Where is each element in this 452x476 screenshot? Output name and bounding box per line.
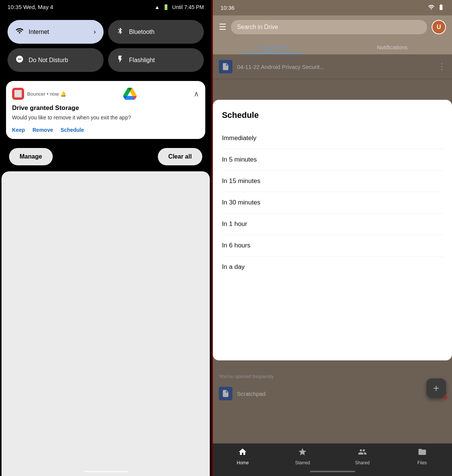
status-icons-right <box>428 4 444 12</box>
internet-tile[interactable]: Internet › <box>8 20 104 44</box>
schedule-dialog: Schedule Immediately In 5 minutes In 15 … <box>213 100 452 360</box>
remove-button[interactable]: Remove <box>32 127 53 133</box>
wifi-icon-right <box>428 4 435 12</box>
bluetooth-label: Bluetooth <box>129 29 155 35</box>
schedule-5min[interactable]: In 5 minutes <box>222 149 443 171</box>
tab-suggested[interactable]: Suggested <box>213 39 332 54</box>
tab-notifications[interactable]: Notifications <box>333 39 452 54</box>
time-right: 10:36 <box>220 5 235 11</box>
quick-tiles: Internet › Bluetooth Do Not Disturb <box>0 14 211 78</box>
schedule-immediately[interactable]: Immediately <box>222 128 443 149</box>
flashlight-icon <box>116 55 125 65</box>
notifications-empty-area <box>2 171 210 476</box>
notif-body: Would you like to remove it when you exi… <box>12 114 199 122</box>
notification-footer-buttons: Manage Clear all <box>0 142 211 171</box>
left-panel: 10:35 Wed, May 4 ▲ 🔋 Until 7:45 PM Inter… <box>0 0 211 476</box>
expand-icon[interactable]: ∧ <box>194 89 199 98</box>
starred-nav-label: Starred <box>295 460 310 465</box>
notif-title: Drive granted Storage <box>12 104 199 112</box>
nav-files[interactable]: Files <box>392 447 452 465</box>
notification-card: ⬜ Bouncer • now 🔔 ∧ Drive granted Storag… <box>6 81 205 139</box>
status-bar-left: 10:35 Wed, May 4 ▲ 🔋 Until 7:45 PM <box>0 0 211 14</box>
shared-nav-icon <box>358 447 367 459</box>
right-panel: 10:36 ☰ Search in Drive U Suggested <box>213 0 452 476</box>
battery-text: Until 7:45 PM <box>172 4 204 10</box>
drive-header: ☰ Search in Drive U <box>213 15 452 39</box>
schedule-button[interactable]: Schedule <box>61 127 84 133</box>
nav-shared[interactable]: Shared <box>333 447 392 465</box>
dnd-label: Do Not Disturb <box>29 57 68 64</box>
home-bar <box>310 471 355 472</box>
search-placeholder: Search in Drive <box>237 24 278 31</box>
files-nav-icon <box>418 447 427 459</box>
nav-starred[interactable]: Starred <box>273 447 333 465</box>
wifi-icon <box>15 27 24 37</box>
notif-actions: Keep Remove Schedule <box>12 127 199 133</box>
keep-button[interactable]: Keep <box>12 127 25 133</box>
battery-icon: 🔋 <box>163 4 169 10</box>
schedule-30min[interactable]: In 30 minutes <box>222 192 443 214</box>
files-nav-label: Files <box>417 460 427 465</box>
tabs-row: Suggested Notifications <box>213 39 452 55</box>
shared-nav-label: Shared <box>355 460 370 465</box>
drive-content: 04-11-22 Android Privacy Securit... ⋮ Sc… <box>213 55 452 443</box>
bluetooth-tile[interactable]: Bluetooth <box>108 20 204 44</box>
bluetooth-icon <box>116 27 125 37</box>
search-bar[interactable]: Search in Drive <box>231 20 427 34</box>
bottom-nav: Home Starred Shared Fil <box>213 443 452 468</box>
schedule-6hours[interactable]: In 6 hours <box>222 235 443 256</box>
home-indicator-right <box>213 468 452 476</box>
time-left: 10:35 Wed, May 4 <box>8 4 53 10</box>
battery-icon-right <box>438 4 444 12</box>
bouncer-app-icon: ⬜ <box>12 88 24 100</box>
dnd-icon <box>15 55 24 65</box>
arrow-right-icon: › <box>94 28 96 36</box>
hamburger-icon[interactable]: ☰ <box>219 22 226 32</box>
flashlight-label: Flashlight <box>129 57 155 64</box>
notif-app-name: Bouncer • now 🔔 <box>27 91 66 97</box>
flashlight-tile[interactable]: Flashlight <box>108 48 204 72</box>
dnd-tile[interactable]: Do Not Disturb <box>8 48 104 72</box>
notif-header: ⬜ Bouncer • now 🔔 ∧ <box>12 87 199 101</box>
schedule-1hour[interactable]: In 1 hour <box>222 214 443 235</box>
drive-logo <box>123 87 137 101</box>
clear-all-button[interactable]: Clear all <box>158 148 202 165</box>
home-nav-icon <box>238 447 247 459</box>
nav-home[interactable]: Home <box>213 447 273 465</box>
wifi-icon: ▲ <box>154 4 160 10</box>
status-bar-right: 10:36 <box>213 0 452 15</box>
manage-button[interactable]: Manage <box>9 148 53 165</box>
home-indicator-left <box>83 471 128 472</box>
schedule-title: Schedule <box>222 110 443 120</box>
schedule-15min[interactable]: In 15 minutes <box>222 171 443 192</box>
home-nav-label: Home <box>237 460 249 465</box>
user-avatar[interactable]: U <box>432 20 446 34</box>
status-icons-left: ▲ 🔋 Until 7:45 PM <box>154 4 204 10</box>
schedule-1day[interactable]: In a day <box>222 256 443 278</box>
internet-label: Internet <box>29 29 49 35</box>
starred-nav-icon <box>298 447 307 459</box>
notif-header-left: ⬜ Bouncer • now 🔔 <box>12 88 66 100</box>
